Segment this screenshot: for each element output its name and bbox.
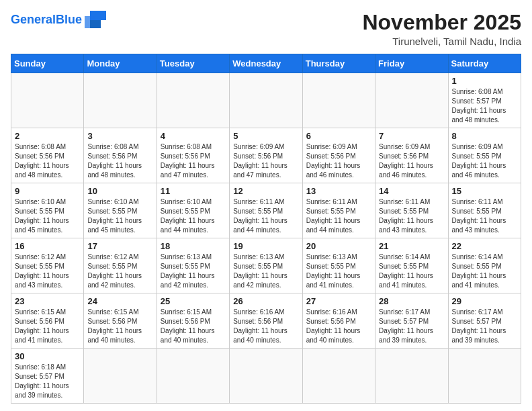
day-info: Sunrise: 6:16 AM Sunset: 5:56 PM Dayligh… [233,308,298,345]
day-number: 9 [15,186,80,196]
day-number: 26 [233,296,298,306]
svg-marker-2 [90,20,101,28]
weekday-header-sunday: Sunday [11,54,84,73]
day-number: 28 [379,296,444,306]
calendar-cell [157,73,229,128]
day-number: 19 [233,241,298,251]
day-number: 16 [15,241,80,251]
calendar-cell: 28Sunrise: 6:17 AM Sunset: 5:57 PM Dayli… [375,293,448,349]
day-number: 2 [15,131,80,141]
calendar-cell [448,349,521,404]
day-info: Sunrise: 6:17 AM Sunset: 5:57 PM Dayligh… [379,308,444,345]
calendar-cell [230,73,302,128]
title-block: November 2025 Tirunelveli, Tamil Nadu, I… [362,11,521,47]
weekday-header-row: SundayMondayTuesdayWednesdayThursdayFrid… [11,54,521,73]
calendar-cell: 23Sunrise: 6:15 AM Sunset: 5:56 PM Dayli… [11,293,84,349]
day-number: 17 [87,241,152,251]
day-number: 23 [15,296,80,306]
calendar-cell: 15Sunrise: 6:11 AM Sunset: 5:55 PM Dayli… [448,183,521,238]
day-info: Sunrise: 6:17 AM Sunset: 5:57 PM Dayligh… [452,308,517,345]
day-info: Sunrise: 6:12 AM Sunset: 5:55 PM Dayligh… [87,253,152,290]
calendar-cell: 13Sunrise: 6:11 AM Sunset: 5:55 PM Dayli… [302,183,375,238]
day-number: 3 [87,131,152,141]
calendar-cell: 12Sunrise: 6:11 AM Sunset: 5:55 PM Dayli… [230,183,302,238]
calendar-cell: 27Sunrise: 6:16 AM Sunset: 5:56 PM Dayli… [302,293,375,349]
day-info: Sunrise: 6:11 AM Sunset: 5:55 PM Dayligh… [306,197,371,235]
day-info: Sunrise: 6:14 AM Sunset: 5:55 PM Dayligh… [452,253,517,290]
calendar-cell: 11Sunrise: 6:10 AM Sunset: 5:55 PM Dayli… [157,183,229,238]
calendar-week-row-2: 2Sunrise: 6:08 AM Sunset: 5:56 PM Daylig… [11,128,521,183]
calendar-cell: 30Sunrise: 6:18 AM Sunset: 5:57 PM Dayli… [11,349,84,404]
page-header: GeneralBlue November 2025 Tirunelveli, T… [11,11,521,47]
day-info: Sunrise: 6:15 AM Sunset: 5:56 PM Dayligh… [15,308,80,345]
calendar-cell: 2Sunrise: 6:08 AM Sunset: 5:56 PM Daylig… [11,128,84,183]
calendar-cell: 14Sunrise: 6:11 AM Sunset: 5:55 PM Dayli… [375,183,448,238]
day-info: Sunrise: 6:11 AM Sunset: 5:55 PM Dayligh… [452,197,517,235]
calendar-cell: 29Sunrise: 6:17 AM Sunset: 5:57 PM Dayli… [448,293,521,349]
day-info: Sunrise: 6:09 AM Sunset: 5:55 PM Dayligh… [452,142,517,180]
day-info: Sunrise: 6:09 AM Sunset: 5:56 PM Dayligh… [306,142,371,180]
calendar-cell: 24Sunrise: 6:15 AM Sunset: 5:56 PM Dayli… [84,293,157,349]
day-number: 11 [161,186,226,196]
day-number: 15 [452,186,517,196]
day-info: Sunrise: 6:15 AM Sunset: 5:56 PM Dayligh… [87,308,152,345]
calendar-week-row-5: 23Sunrise: 6:15 AM Sunset: 5:56 PM Dayli… [11,293,521,349]
day-info: Sunrise: 6:08 AM Sunset: 5:56 PM Dayligh… [15,142,80,180]
calendar-cell [84,349,157,404]
weekday-header-thursday: Thursday [302,54,375,73]
day-number: 6 [306,131,371,141]
calendar-cell: 4Sunrise: 6:08 AM Sunset: 5:56 PM Daylig… [157,128,229,183]
day-info: Sunrise: 6:08 AM Sunset: 5:56 PM Dayligh… [87,142,152,180]
calendar-cell: 18Sunrise: 6:13 AM Sunset: 5:55 PM Dayli… [157,238,229,293]
day-info: Sunrise: 6:13 AM Sunset: 5:55 PM Dayligh… [161,253,226,290]
day-number: 22 [452,241,517,251]
calendar-cell: 25Sunrise: 6:15 AM Sunset: 5:56 PM Dayli… [157,293,229,349]
day-number: 25 [161,296,226,306]
day-info: Sunrise: 6:14 AM Sunset: 5:55 PM Dayligh… [379,253,444,290]
weekday-header-tuesday: Tuesday [157,54,229,73]
day-info: Sunrise: 6:10 AM Sunset: 5:55 PM Dayligh… [161,197,226,235]
calendar-cell: 1Sunrise: 6:08 AM Sunset: 5:57 PM Daylig… [448,73,521,128]
logo-icon [85,11,106,28]
calendar-week-row-3: 9Sunrise: 6:10 AM Sunset: 5:55 PM Daylig… [11,183,521,238]
weekday-header-monday: Monday [84,54,157,73]
day-number: 30 [15,351,80,361]
day-info: Sunrise: 6:11 AM Sunset: 5:55 PM Dayligh… [233,197,298,235]
month-year-title: November 2025 [362,11,521,34]
weekday-header-wednesday: Wednesday [230,54,302,73]
calendar-week-row-1: 1Sunrise: 6:08 AM Sunset: 5:57 PM Daylig… [11,73,521,128]
calendar-cell [84,73,157,128]
day-number: 13 [306,186,371,196]
day-number: 12 [233,186,298,196]
calendar-cell [375,349,448,404]
calendar-cell [302,73,375,128]
day-info: Sunrise: 6:13 AM Sunset: 5:55 PM Dayligh… [306,253,371,290]
day-info: Sunrise: 6:10 AM Sunset: 5:55 PM Dayligh… [87,197,152,235]
calendar-cell: 20Sunrise: 6:13 AM Sunset: 5:55 PM Dayli… [302,238,375,293]
day-info: Sunrise: 6:11 AM Sunset: 5:55 PM Dayligh… [379,197,444,235]
day-number: 14 [379,186,444,196]
calendar-week-row-4: 16Sunrise: 6:12 AM Sunset: 5:55 PM Dayli… [11,238,521,293]
location-subtitle: Tirunelveli, Tamil Nadu, India [362,36,521,47]
day-info: Sunrise: 6:10 AM Sunset: 5:55 PM Dayligh… [15,197,80,235]
calendar-cell [302,349,375,404]
weekday-header-saturday: Saturday [448,54,521,73]
calendar-cell: 5Sunrise: 6:09 AM Sunset: 5:56 PM Daylig… [230,128,302,183]
calendar-cell: 16Sunrise: 6:12 AM Sunset: 5:55 PM Dayli… [11,238,84,293]
calendar-cell: 22Sunrise: 6:14 AM Sunset: 5:55 PM Dayli… [448,238,521,293]
day-info: Sunrise: 6:16 AM Sunset: 5:56 PM Dayligh… [306,308,371,345]
calendar-cell: 26Sunrise: 6:16 AM Sunset: 5:56 PM Dayli… [230,293,302,349]
calendar-cell: 9Sunrise: 6:10 AM Sunset: 5:55 PM Daylig… [11,183,84,238]
calendar-cell: 3Sunrise: 6:08 AM Sunset: 5:56 PM Daylig… [84,128,157,183]
calendar-cell [157,349,229,404]
calendar-cell: 21Sunrise: 6:14 AM Sunset: 5:55 PM Dayli… [375,238,448,293]
calendar-cell: 8Sunrise: 6:09 AM Sunset: 5:55 PM Daylig… [448,128,521,183]
day-number: 10 [87,186,152,196]
day-info: Sunrise: 6:18 AM Sunset: 5:57 PM Dayligh… [15,363,80,400]
day-number: 29 [452,296,517,306]
day-number: 7 [379,131,444,141]
day-info: Sunrise: 6:13 AM Sunset: 5:55 PM Dayligh… [233,253,298,290]
day-info: Sunrise: 6:09 AM Sunset: 5:56 PM Dayligh… [379,142,444,180]
day-number: 5 [233,131,298,141]
calendar-cell: 10Sunrise: 6:10 AM Sunset: 5:55 PM Dayli… [84,183,157,238]
